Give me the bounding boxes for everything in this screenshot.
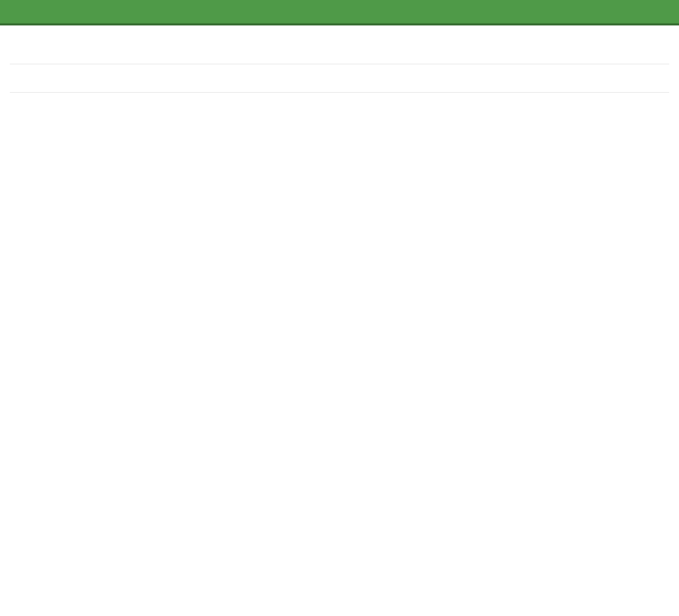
divider: [10, 92, 669, 93]
summary-header: [10, 92, 669, 93]
top-navbar: [0, 0, 679, 25]
divider: [10, 64, 669, 65]
page-content: [10, 64, 669, 99]
hadoop-brand[interactable]: [0, 0, 24, 23]
overview-header: [10, 64, 669, 65]
